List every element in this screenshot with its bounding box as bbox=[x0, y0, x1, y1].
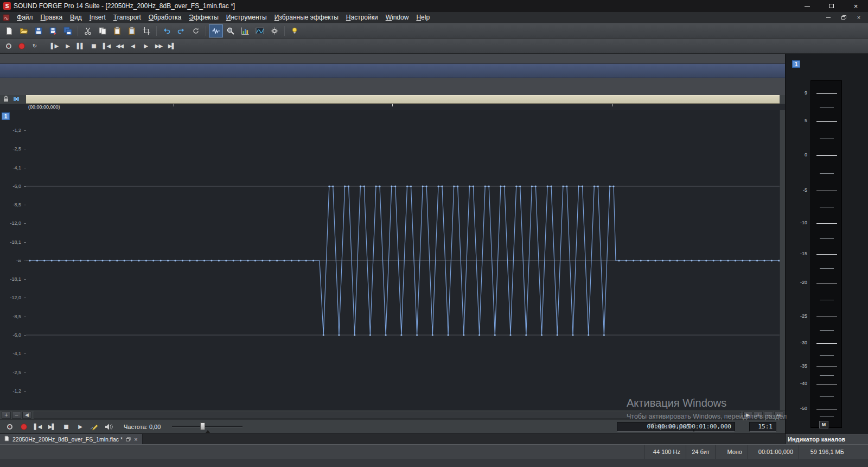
doc-close-button[interactable]: × bbox=[855, 14, 863, 21]
time-ruler[interactable] bbox=[26, 95, 780, 104]
statistics-button[interactable] bbox=[238, 24, 252, 37]
channel-badge[interactable]: 1 bbox=[2, 112, 10, 120]
doc-minimize-button[interactable] bbox=[825, 14, 832, 21]
snap-icon[interactable] bbox=[13, 94, 20, 104]
menu-файл[interactable]: Файл bbox=[13, 12, 37, 23]
play-button[interactable]: ▶ bbox=[74, 421, 86, 432]
trim-button[interactable] bbox=[139, 24, 154, 37]
tab-restore-icon[interactable] bbox=[126, 437, 131, 441]
undo-button[interactable] bbox=[159, 24, 174, 37]
sample-rate-status-field[interactable]: 44 100 Hz bbox=[644, 445, 686, 459]
lock-icon[interactable] bbox=[3, 94, 9, 104]
channel-mode-status-field[interactable]: Моно bbox=[715, 445, 748, 459]
save-as-button[interactable] bbox=[46, 24, 60, 37]
toolbar-separator bbox=[78, 26, 78, 36]
bit-depth-status-field[interactable]: 24 бит bbox=[686, 445, 715, 459]
scrub-button[interactable] bbox=[102, 421, 114, 432]
zoom-in-button[interactable]: + bbox=[2, 412, 11, 419]
new-file-button[interactable] bbox=[2, 24, 16, 37]
document-tab[interactable]: 22050Hz_200Hz_8dB_over_FS_1min.flac * × bbox=[0, 434, 143, 444]
meter-tick bbox=[816, 121, 837, 122]
copy-button[interactable] bbox=[95, 24, 110, 37]
zoom-out-button[interactable]: − bbox=[12, 412, 21, 419]
scroll-left-button[interactable]: ◀ bbox=[22, 412, 31, 419]
menu-insert[interactable]: Insert bbox=[86, 12, 110, 23]
bulb-button[interactable] bbox=[288, 24, 302, 37]
go-to-start-button[interactable]: ▌◀ bbox=[100, 41, 113, 52]
record-arm-button[interactable] bbox=[2, 41, 15, 52]
go-to-start-button[interactable]: ▌◀ bbox=[31, 421, 44, 432]
channel-meter-panel: 1 950-5-10-15-20-25-30-35-40-50 M Индика… bbox=[785, 54, 868, 444]
rewind-button[interactable]: ◀◀ bbox=[113, 41, 126, 52]
magnify-button[interactable] bbox=[224, 24, 238, 37]
record-button[interactable] bbox=[15, 41, 28, 52]
save-all-button[interactable] bbox=[61, 24, 75, 37]
menu-вид[interactable]: Вид bbox=[66, 12, 86, 23]
slider-handle[interactable] bbox=[200, 422, 205, 430]
play-all-button[interactable]: ▌▶ bbox=[48, 41, 61, 52]
open-file-button[interactable] bbox=[17, 24, 31, 37]
loop-playback-button[interactable]: ↻ bbox=[28, 41, 41, 52]
horizontal-scrollbar[interactable] bbox=[34, 412, 741, 419]
menu-help[interactable]: Help bbox=[412, 12, 433, 23]
maximize-button[interactable] bbox=[819, 0, 844, 12]
go-to-end-button[interactable]: ▶▌ bbox=[46, 421, 58, 432]
step-forward-button[interactable]: ▶ bbox=[139, 41, 152, 52]
menu-window[interactable]: Window bbox=[382, 12, 413, 23]
cut-button[interactable] bbox=[81, 24, 95, 37]
step-back-button[interactable]: ◀ bbox=[126, 41, 139, 52]
spectrum-button[interactable] bbox=[253, 24, 267, 37]
save-button[interactable] bbox=[31, 24, 46, 37]
menu-обработка[interactable]: Обработка bbox=[145, 12, 186, 23]
time-zoom-in-button[interactable]: + bbox=[754, 412, 763, 419]
edit-tool-button[interactable] bbox=[209, 24, 223, 37]
go-to-end-button[interactable]: ▶▌ bbox=[165, 41, 178, 52]
mdi-window-controls: × bbox=[825, 14, 868, 21]
waveform-canvas[interactable] bbox=[26, 110, 780, 410]
menu-инструменты[interactable]: Инструменты bbox=[222, 12, 271, 23]
slider-track[interactable] bbox=[172, 426, 242, 427]
play-button[interactable]: ▶ bbox=[61, 41, 74, 52]
mix-paste-button[interactable] bbox=[125, 24, 139, 37]
db-ruler-label: -18,1 bbox=[10, 276, 21, 282]
meter-scale-label: 9 bbox=[786, 90, 807, 96]
paste-button[interactable] bbox=[110, 24, 124, 37]
free-space-status-field[interactable]: 59 196,1 МБ bbox=[799, 445, 850, 459]
pencil-tool-button[interactable] bbox=[88, 421, 100, 432]
doc-restore-button[interactable] bbox=[840, 14, 847, 21]
tab-close-icon[interactable]: × bbox=[134, 436, 137, 443]
fit-to-window-button[interactable]: ↔ bbox=[774, 412, 783, 419]
menu-настройки[interactable]: Настройки bbox=[342, 12, 382, 23]
cursor-position-field[interactable]: 00:00:00,005 bbox=[617, 422, 694, 432]
menu-избранные-эффекты[interactable]: Избранные эффекты bbox=[271, 12, 342, 23]
stop-button[interactable]: ■ bbox=[60, 421, 72, 432]
scripting-button[interactable] bbox=[267, 24, 282, 37]
zoom-ratio-field[interactable]: 15:1 bbox=[749, 422, 776, 432]
db-level-ruler[interactable]: -1,2-2,5-4,1-6,0-8,5-12,0-18,1-∞-18,1-12… bbox=[0, 110, 26, 410]
waveform-display[interactable] bbox=[26, 110, 780, 410]
record-button[interactable] bbox=[17, 421, 30, 432]
repeat-button[interactable] bbox=[189, 24, 203, 37]
mute-button[interactable]: M bbox=[819, 421, 828, 428]
menu-эффекты[interactable]: Эффекты bbox=[185, 12, 222, 23]
stop-button[interactable]: ■ bbox=[87, 41, 100, 52]
meter-channel-badge[interactable]: 1 bbox=[792, 60, 800, 68]
menu-правка[interactable]: Правка bbox=[37, 12, 67, 23]
vertical-scrollbar[interactable] bbox=[780, 110, 785, 410]
fast-forward-button[interactable]: ▶▶ bbox=[152, 41, 165, 52]
file-length-status-field[interactable]: 00:01:00,000 bbox=[748, 445, 799, 459]
waveform-area: 1 -1,2-2,5-4,1-6,0-8,5-12,0-18,1-∞-18,1-… bbox=[0, 110, 785, 410]
menu-items: ФайлПравкаВидInsertTransportОбработкаЭфф… bbox=[13, 12, 433, 23]
redo-button[interactable] bbox=[174, 24, 188, 37]
scrub-slider[interactable] bbox=[172, 421, 242, 432]
close-button[interactable]: × bbox=[844, 0, 868, 12]
overview-bar[interactable] bbox=[0, 64, 785, 78]
time-zoom-out-button[interactable]: − bbox=[764, 412, 773, 419]
record-arm-button[interactable] bbox=[3, 421, 16, 432]
pause-button[interactable]: ▌▌ bbox=[74, 41, 87, 52]
scroll-right-button[interactable]: ▶ bbox=[743, 412, 752, 419]
minimize-button[interactable] bbox=[795, 0, 819, 12]
window-title: SOUND FORGE Pro 14 Suite - [22050Hz_200H… bbox=[14, 2, 235, 10]
menu-transport[interactable]: Transport bbox=[110, 12, 145, 23]
selection-end-field[interactable]: 00:01:00,000 bbox=[694, 422, 735, 432]
